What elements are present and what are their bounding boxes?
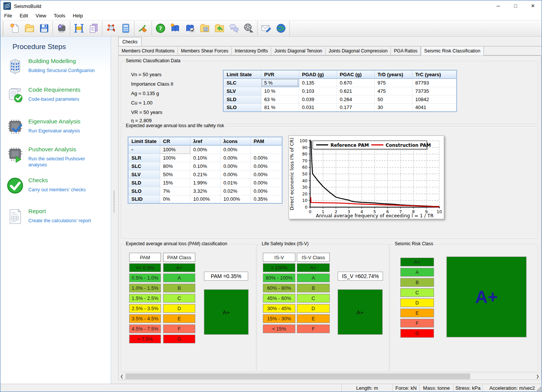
tutorial-book-icon[interactable] — [168, 21, 182, 35]
horizontal-scrollbar[interactable]: ❮ ❯ — [119, 373, 541, 380]
table-cell[interactable]: 87793 — [412, 78, 457, 87]
table-cell[interactable]: 0.039 — [299, 95, 337, 103]
maximize-button[interactable]: □ — [507, 0, 524, 12]
table-cell[interactable]: 0.35% — [250, 195, 282, 203]
subtab-seismic-risk-classification[interactable]: Seismic Risk Classification — [421, 46, 484, 55]
calculator-icon[interactable] — [118, 21, 133, 35]
sidebar-item-checks[interactable]: ChecksCarry out members' checks — [6, 177, 105, 201]
help-icon[interactable]: ? — [153, 21, 168, 35]
table-cell[interactable]: 0.02% — [220, 187, 250, 195]
subtab-joints-diagonal-compression[interactable]: Joints Diagonal Compression — [326, 47, 391, 55]
table-cell[interactable]: 0.031 — [299, 103, 337, 112]
table-cell[interactable]: - — [128, 145, 160, 154]
table-cell[interactable]: SLD — [223, 95, 261, 103]
table-cell[interactable]: 0.00% — [220, 170, 250, 178]
report-doc-icon[interactable] — [86, 21, 101, 35]
table-cell[interactable]: 0.10% — [190, 154, 220, 162]
table-cell[interactable]: 0.135 — [299, 78, 337, 87]
table-cell[interactable]: 0.103 — [299, 87, 337, 95]
paintbrush-icon[interactable] — [136, 21, 150, 35]
subtab-members-chord-rotations[interactable]: Members Chord Rotations — [118, 47, 178, 55]
update-folder-icon[interactable] — [212, 21, 227, 35]
email-icon[interactable] — [259, 21, 273, 35]
table-cell[interactable]: 975 — [374, 78, 412, 87]
table-cell[interactable]: SLD — [128, 178, 160, 187]
sidebar-item-pushover-analysis[interactable]: Pushover AnalysisRun the selected Pushov… — [6, 146, 105, 170]
tab-checks[interactable]: Checks — [118, 37, 142, 46]
scrollbar-thumb[interactable] — [125, 374, 470, 379]
resize-grip[interactable] — [537, 387, 541, 391]
table-cell[interactable]: 0.00% — [190, 145, 220, 154]
table-cell[interactable]: 10842 — [412, 95, 457, 103]
table-cell[interactable]: 7% — [160, 187, 190, 195]
table-cell[interactable]: 80% — [160, 162, 190, 170]
table-cell[interactable]: 0.177 — [337, 103, 374, 112]
forum-icon[interactable] — [227, 21, 241, 35]
table-cell[interactable]: SLV — [223, 87, 261, 95]
sidebar-item-code-requirements[interactable]: Code RequirementsCode-based parameters — [6, 86, 105, 111]
scroll-right-arrow[interactable]: ❯ — [534, 373, 541, 380]
table-cell[interactable]: 0.00% — [220, 154, 250, 162]
table-cell[interactable]: 30 — [374, 103, 412, 112]
examples-folder-icon[interactable] — [197, 21, 212, 35]
table-cell[interactable]: 4041 — [412, 103, 457, 112]
table-cell[interactable]: 0.00% — [250, 170, 282, 178]
table-cell[interactable]: 0.264 — [337, 95, 374, 103]
table-cell[interactable]: 0.01% — [220, 178, 250, 187]
save-icon[interactable] — [37, 21, 51, 35]
table-cell[interactable]: 0.10% — [190, 162, 220, 170]
table-cell[interactable]: 73735 — [412, 87, 457, 95]
website-icon[interactable] — [273, 21, 288, 35]
table-cell[interactable]: 0.00% — [250, 162, 282, 170]
table-cell[interactable]: 63 % — [261, 95, 299, 103]
processor-icon[interactable] — [54, 21, 69, 35]
open-icon[interactable] — [22, 21, 37, 35]
table-cell[interactable]: 10.00% — [190, 195, 220, 203]
table-cell[interactable]: SLR — [128, 154, 160, 162]
sidebar-item-eigenvalue-analysis[interactable]: Eigenvalue AnalysisRun Eigenvalue analys… — [6, 118, 105, 142]
table-cell[interactable]: 50% — [160, 170, 190, 178]
table-cell[interactable]: 0.670 — [337, 78, 374, 87]
videos-icon[interactable] — [241, 21, 256, 35]
check-book-icon[interactable] — [182, 21, 197, 35]
sidebar-item-report[interactable]: ReportCreate the calculations' report — [6, 208, 105, 232]
table-cell[interactable]: 15% — [160, 178, 190, 187]
new-file-icon[interactable] — [7, 21, 22, 35]
table-cell[interactable]: 0.00% — [220, 162, 250, 170]
table-cell[interactable]: 0.00% — [220, 145, 250, 154]
close-button[interactable]: ✕ — [524, 0, 542, 12]
table-cell[interactable]: 3.32% — [190, 187, 220, 195]
sidebar-item-building-modelling[interactable]: Building ModellingBuilding Structural Co… — [6, 58, 105, 82]
subtab-pga-ratios[interactable]: PGA Ratios — [391, 47, 421, 55]
menu-edit[interactable]: Edit — [16, 12, 32, 20]
table-cell[interactable]: 50 — [374, 95, 412, 103]
subtab-joints-diagonal-tension[interactable]: Joints Diagonal Tension — [271, 47, 326, 55]
subtab-members-shear-forces[interactable]: Members Shear Forces — [178, 47, 232, 55]
table-cell[interactable]: SLID — [128, 195, 160, 203]
table-cell[interactable]: 1.99% — [190, 178, 220, 187]
frame-section-icon[interactable] — [71, 21, 86, 35]
table-cell[interactable]: 5 % — [261, 78, 299, 87]
table-cell[interactable]: 81 % — [261, 103, 299, 112]
table-cell[interactable]: 0.21% — [190, 170, 220, 178]
scroll-left-arrow[interactable]: ❮ — [119, 373, 125, 380]
toolbar-grip[interactable] — [3, 22, 5, 35]
table-cell[interactable]: SLC — [128, 162, 160, 170]
table-cell[interactable]: SLC — [223, 78, 261, 87]
table-cell[interactable]: 0.00% — [250, 154, 282, 162]
table-cell[interactable]: SLO — [128, 187, 160, 195]
menu-tools[interactable]: Tools — [50, 12, 69, 20]
table-cell[interactable]: SLO — [223, 103, 261, 112]
table-cell[interactable]: 475 — [374, 87, 412, 95]
table-cell[interactable]: 0% — [160, 195, 190, 203]
table-cell[interactable]: 10.00% — [220, 195, 250, 203]
menu-help[interactable]: Help — [69, 12, 87, 20]
sidebar-splitter[interactable] — [111, 37, 117, 384]
subtab-interstorey-drifts[interactable]: Interstorey Drifts — [232, 47, 271, 55]
table-cell[interactable]: SLV — [128, 170, 160, 178]
table-cell[interactable]: 100% — [160, 145, 190, 154]
menu-view[interactable]: View — [32, 12, 50, 20]
menu-file[interactable]: File — [0, 12, 16, 20]
table-cell[interactable] — [250, 145, 282, 154]
minimize-button[interactable]: ─ — [489, 0, 507, 12]
